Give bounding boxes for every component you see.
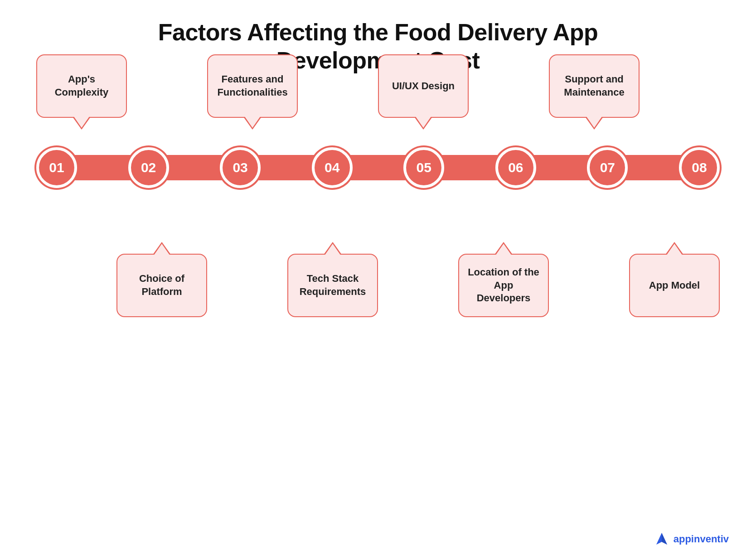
bubble-above-3: Features and Functionalities (207, 54, 298, 118)
timeline-node-2: 02 (128, 147, 169, 188)
logo-text: appinventiv (674, 533, 729, 545)
bubble-above-label-3: Features and Functionalities (215, 73, 290, 99)
bubble-below-2: Choice of Platform (116, 254, 207, 317)
timeline-node-5: 05 (403, 147, 444, 188)
bubbles-below-container: Choice of Platform Tech Stack Requiremen… (36, 254, 720, 317)
bubble-below-label-8: App Model (649, 279, 700, 292)
timeline-node-7: 07 (587, 147, 628, 188)
bubble-above-7: Support and Maintenance (549, 54, 640, 118)
bubble-below-8: App Model (629, 254, 720, 317)
bubble-below-label-6: Location of the App Developers (466, 266, 541, 305)
bubble-above-label-1: App's Complexity (44, 73, 119, 99)
timeline-node-6: 06 (495, 147, 536, 188)
timeline-container: 01 02 03 04 05 06 07 08 (36, 145, 720, 190)
bubble-below-label-2: Choice of Platform (125, 272, 199, 298)
logo: appinventiv (654, 531, 729, 547)
bubble-below-6: Location of the App Developers (458, 254, 549, 317)
timeline-node-8: 08 (679, 147, 720, 188)
bubble-above-label-7: Support and Maintenance (557, 73, 631, 99)
bubble-above-1: App's Complexity (36, 54, 127, 118)
bubble-below-4: Tech Stack Requirements (287, 254, 378, 317)
title-line1: Factors Affecting the Food Delivery App (158, 19, 598, 45)
timeline-node-3: 03 (220, 147, 261, 188)
bubble-above-5: UI/UX Design (378, 54, 469, 118)
bubbles-above-container: App's Complexity Features and Functional… (36, 54, 720, 118)
svg-marker-1 (662, 533, 667, 545)
logo-icon (654, 531, 670, 547)
timeline-node-4: 04 (312, 147, 353, 188)
bubble-below-label-4: Tech Stack Requirements (296, 272, 370, 298)
timeline-nodes: 01 02 03 04 05 06 07 08 (36, 147, 720, 188)
bubble-above-label-5: UI/UX Design (392, 80, 455, 93)
timeline-node-1: 01 (36, 147, 77, 188)
